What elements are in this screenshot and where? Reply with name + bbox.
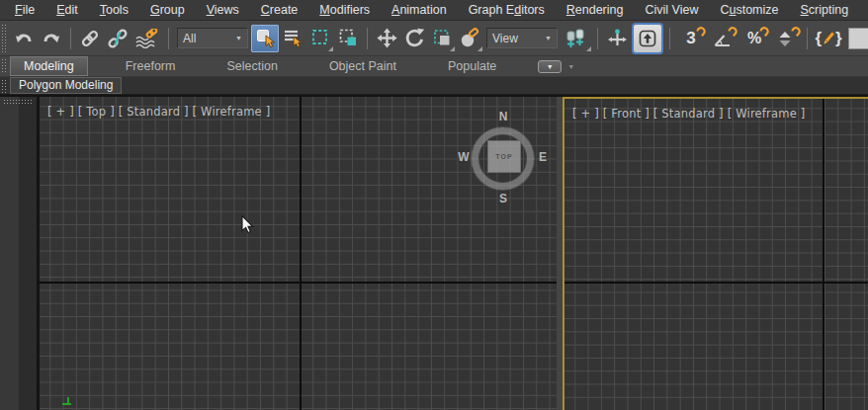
window-crossing-toggle-button[interactable] xyxy=(334,25,362,52)
edit-named-selection-sets-icon xyxy=(822,30,835,47)
menu-modifiers[interactable]: Modifiers xyxy=(308,1,381,19)
flyout-indicator xyxy=(450,46,455,51)
ribbon-vertical-dock[interactable] xyxy=(0,97,37,410)
snaps-toggle-3d-button[interactable]: 3 xyxy=(675,25,707,52)
edit-named-selection-sets-button[interactable]: { } xyxy=(813,25,844,52)
dock-drag-handle[interactable] xyxy=(3,99,34,105)
select-by-name-icon xyxy=(283,28,304,48)
ribbon-minimize-button[interactable]: ▼ xyxy=(538,60,562,73)
snap-magnet-hook-icon xyxy=(791,26,802,40)
percent-snap-toggle-button[interactable]: % xyxy=(738,25,770,52)
brace-close: } xyxy=(835,30,842,46)
viewport-top[interactable]: [ + ] [ Top ] [ Standard ] [ Wireframe ]… xyxy=(37,97,557,410)
menu-tools[interactable]: Tools xyxy=(89,1,139,19)
viewcube-top-face[interactable]: TOP xyxy=(487,140,521,173)
chevron-down-icon: ▼ xyxy=(547,63,554,70)
ribbon-tab-modeling[interactable]: Modeling xyxy=(10,56,88,76)
unlink-icon xyxy=(107,29,129,48)
menu-views[interactable]: Views xyxy=(196,1,250,19)
chevron-down-icon: ▼ xyxy=(545,35,552,41)
ribbon-tab-object-paint[interactable]: Object Paint xyxy=(315,56,410,76)
flyout-indicator xyxy=(328,46,333,51)
ribbon-panel-row: Polygon Modeling xyxy=(0,77,868,95)
snap-magnet-hook-icon xyxy=(728,26,738,40)
menu-bar: File Edit Tools Group Views Create Modif… xyxy=(0,0,868,21)
menu-group[interactable]: Group xyxy=(139,1,196,19)
viewcube-south[interactable]: S xyxy=(496,192,510,205)
ribbon-drag-handle[interactable] xyxy=(1,58,7,74)
toolbar-separator xyxy=(597,28,598,49)
ribbon-tab-freeform[interactable]: Freeform xyxy=(112,56,190,76)
window-crossing-toggle-icon xyxy=(338,28,359,48)
redo-icon xyxy=(41,29,62,48)
select-and-manipulate-button[interactable] xyxy=(603,25,631,52)
toolbar-separator xyxy=(669,28,670,49)
menu-graph-editors[interactable]: Graph Editors xyxy=(458,1,556,19)
menu-file[interactable]: File xyxy=(4,1,45,19)
3ds-max-window: File Edit Tools Group Views Create Modif… xyxy=(0,0,868,410)
viewport-front[interactable]: [ + ] [ Front ] [ Standard ] [ Wireframe… xyxy=(563,97,868,410)
keyboard-shortcut-override-toggle[interactable] xyxy=(634,25,661,52)
selection-filter-value: All xyxy=(183,32,196,45)
spinner-snap-toggle-button[interactable] xyxy=(770,25,802,52)
select-and-scale-button[interactable] xyxy=(428,25,456,52)
toolbar-drag-handle[interactable] xyxy=(1,24,7,53)
unlink-selection-button[interactable] xyxy=(104,25,131,52)
angle-snap-toggle-button[interactable] xyxy=(707,25,738,52)
named-selection-sets-field[interactable] xyxy=(848,28,868,49)
toolbar-separator xyxy=(367,28,368,49)
ribbon-minimize-options-arrow[interactable]: ▼ xyxy=(567,63,574,70)
undo-button[interactable] xyxy=(10,25,38,52)
keyboard-shortcut-override-icon xyxy=(638,29,657,48)
select-and-manipulate-icon xyxy=(607,28,628,48)
menu-scripting[interactable]: Scripting xyxy=(789,1,859,19)
menu-edit[interactable]: Edit xyxy=(45,1,89,19)
toolbar-separator xyxy=(168,28,169,49)
toolbar-separator xyxy=(807,28,808,49)
select-and-move-button[interactable] xyxy=(373,25,400,52)
viewport-front-label[interactable]: [ + ] [ Front ] [ Standard ] [ Wireframe… xyxy=(572,107,806,121)
select-and-rotate-button[interactable] xyxy=(400,25,428,52)
menu-rendering[interactable]: Rendering xyxy=(556,1,635,19)
viewport-top-label[interactable]: [ + ] [ Top ] [ Standard ] [ Wireframe ] xyxy=(47,105,270,119)
use-pivot-point-center-button[interactable] xyxy=(561,25,592,52)
bind-to-space-warp-button[interactable] xyxy=(131,25,163,52)
world-axis-line-horizontal xyxy=(564,282,868,284)
chevron-down-icon: ▼ xyxy=(235,35,242,41)
select-object-icon xyxy=(255,28,276,48)
select-object-button[interactable] xyxy=(251,25,279,52)
toolbar-separator xyxy=(70,28,71,49)
chevron-down-icon: ▼ xyxy=(567,63,574,70)
select-and-rotate-icon xyxy=(404,28,425,48)
ribbon-tab-populate[interactable]: Populate xyxy=(434,56,510,76)
bind-to-space-warp-icon xyxy=(134,29,160,48)
snaps-toggle-3d-icon: 3 xyxy=(686,30,695,46)
menu-civil-view[interactable]: Civil View xyxy=(634,1,709,19)
select-and-place-button[interactable] xyxy=(456,25,483,52)
rectangular-selection-region-button[interactable] xyxy=(306,25,334,52)
menu-animation[interactable]: Animation xyxy=(381,1,458,19)
polygon-modeling-panel-tab[interactable]: Polygon Modeling xyxy=(10,77,122,94)
viewcube-east[interactable]: E xyxy=(536,150,550,164)
flyout-indicator xyxy=(586,46,591,51)
brace-open: { xyxy=(815,30,822,46)
snap-magnet-hook-icon xyxy=(759,26,770,40)
world-axis-line-vertical xyxy=(300,97,302,410)
panel-drag-handle[interactable] xyxy=(1,79,7,93)
link-icon xyxy=(79,29,101,48)
viewcube-north[interactable]: N xyxy=(496,110,510,123)
viewcube[interactable]: TOP N S W E xyxy=(453,107,557,215)
ribbon-tab-selection[interactable]: Selection xyxy=(213,56,291,76)
menu-create[interactable]: Create xyxy=(250,1,309,19)
coordinate-system-value: View xyxy=(492,32,518,45)
redo-button[interactable] xyxy=(38,25,65,52)
viewcube-west[interactable]: W xyxy=(457,150,471,164)
select-and-link-button[interactable] xyxy=(76,25,104,52)
reference-coordinate-system-dropdown[interactable]: View ▼ xyxy=(486,28,558,48)
select-by-name-button[interactable] xyxy=(279,25,306,52)
viewport-area: [ + ] [ Top ] [ Standard ] [ Wireframe ]… xyxy=(0,95,868,410)
main-toolbar: All ▼ View xyxy=(0,21,868,56)
mouse-cursor xyxy=(241,215,256,236)
menu-customize[interactable]: Customize xyxy=(709,1,789,19)
selection-filter-dropdown[interactable]: All ▼ xyxy=(177,28,248,48)
